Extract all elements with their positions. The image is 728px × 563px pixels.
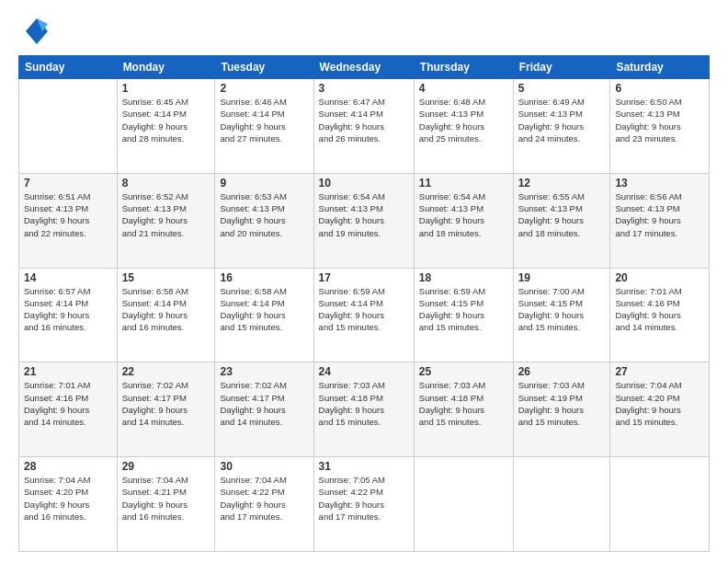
day-info: Sunrise: 7:04 AMSunset: 4:20 PMDaylight:… <box>24 474 112 523</box>
calendar-cell <box>610 457 710 552</box>
day-info: Sunrise: 7:02 AMSunset: 4:17 PMDaylight:… <box>220 379 308 428</box>
day-number: 10 <box>319 177 409 190</box>
calendar-cell: 6Sunrise: 6:50 AMSunset: 4:13 PMDaylight… <box>610 79 710 174</box>
weekday-header-wednesday: Wednesday <box>313 56 414 79</box>
day-number: 3 <box>319 82 409 95</box>
calendar-cell: 7Sunrise: 6:51 AMSunset: 4:13 PMDaylight… <box>19 173 118 268</box>
calendar-cell: 14Sunrise: 6:57 AMSunset: 4:14 PMDayligh… <box>19 268 118 362</box>
calendar-cell: 17Sunrise: 6:59 AMSunset: 4:14 PMDayligh… <box>313 268 414 362</box>
weekday-header-saturday: Saturday <box>610 56 710 79</box>
calendar-cell: 29Sunrise: 7:04 AMSunset: 4:21 PMDayligh… <box>117 457 215 552</box>
weekday-header-sunday: Sunday <box>19 56 118 79</box>
day-info: Sunrise: 7:04 AMSunset: 4:21 PMDaylight:… <box>122 474 210 523</box>
day-number: 6 <box>615 82 704 95</box>
calendar-cell: 18Sunrise: 6:59 AMSunset: 4:15 PMDayligh… <box>414 268 513 362</box>
day-info: Sunrise: 6:46 AMSunset: 4:14 PMDaylight:… <box>220 96 308 144</box>
calendar-cell: 20Sunrise: 7:01 AMSunset: 4:16 PMDayligh… <box>610 268 710 362</box>
day-info: Sunrise: 7:00 AMSunset: 4:15 PMDaylight:… <box>518 285 606 334</box>
day-info: Sunrise: 7:01 AMSunset: 4:16 PMDaylight:… <box>24 379 112 428</box>
calendar-cell: 12Sunrise: 6:55 AMSunset: 4:13 PMDayligh… <box>513 173 610 268</box>
calendar-week-row: 7Sunrise: 6:51 AMSunset: 4:13 PMDaylight… <box>19 173 710 268</box>
day-number: 26 <box>518 365 606 378</box>
day-info: Sunrise: 6:59 AMSunset: 4:15 PMDaylight:… <box>419 285 508 334</box>
day-info: Sunrise: 6:54 AMSunset: 4:13 PMDaylight:… <box>319 190 409 239</box>
day-number: 13 <box>615 177 704 190</box>
day-number: 11 <box>419 177 508 190</box>
day-info: Sunrise: 7:03 AMSunset: 4:18 PMDaylight:… <box>319 379 409 428</box>
calendar-cell: 28Sunrise: 7:04 AMSunset: 4:20 PMDayligh… <box>19 457 118 552</box>
day-number: 30 <box>220 460 308 473</box>
weekday-header-thursday: Thursday <box>414 56 513 79</box>
day-info: Sunrise: 6:47 AMSunset: 4:14 PMDaylight:… <box>319 96 409 144</box>
calendar-cell: 23Sunrise: 7:02 AMSunset: 4:17 PMDayligh… <box>215 362 313 457</box>
day-info: Sunrise: 6:50 AMSunset: 4:13 PMDaylight:… <box>615 96 704 144</box>
calendar-cell: 24Sunrise: 7:03 AMSunset: 4:18 PMDayligh… <box>313 362 414 457</box>
day-number: 14 <box>24 271 112 284</box>
calendar-cell <box>513 457 610 552</box>
day-info: Sunrise: 6:52 AMSunset: 4:13 PMDaylight:… <box>122 190 210 239</box>
day-info: Sunrise: 7:03 AMSunset: 4:19 PMDaylight:… <box>518 379 606 428</box>
day-number: 2 <box>220 82 308 95</box>
day-number: 17 <box>319 271 409 284</box>
day-info: Sunrise: 6:55 AMSunset: 4:13 PMDaylight:… <box>518 190 606 239</box>
day-number: 28 <box>24 460 112 473</box>
day-number: 24 <box>319 365 409 378</box>
weekday-header-friday: Friday <box>513 56 610 79</box>
day-number: 1 <box>122 82 210 95</box>
calendar-table: SundayMondayTuesdayWednesdayThursdayFrid… <box>18 55 710 552</box>
day-number: 8 <box>122 177 210 190</box>
calendar-cell: 11Sunrise: 6:54 AMSunset: 4:13 PMDayligh… <box>414 173 513 268</box>
day-number: 19 <box>518 271 606 284</box>
calendar-week-row: 14Sunrise: 6:57 AMSunset: 4:14 PMDayligh… <box>19 268 710 362</box>
calendar-cell: 26Sunrise: 7:03 AMSunset: 4:19 PMDayligh… <box>513 362 610 457</box>
logo-icon <box>18 15 51 48</box>
day-info: Sunrise: 6:57 AMSunset: 4:14 PMDaylight:… <box>24 285 112 334</box>
calendar-cell: 8Sunrise: 6:52 AMSunset: 4:13 PMDaylight… <box>117 173 215 268</box>
day-number: 4 <box>419 82 508 95</box>
calendar-cell <box>414 457 513 552</box>
calendar-cell: 16Sunrise: 6:58 AMSunset: 4:14 PMDayligh… <box>215 268 313 362</box>
day-number: 23 <box>220 365 308 378</box>
day-info: Sunrise: 7:04 AMSunset: 4:20 PMDaylight:… <box>615 379 704 428</box>
calendar-cell: 22Sunrise: 7:02 AMSunset: 4:17 PMDayligh… <box>117 362 215 457</box>
day-number: 21 <box>24 365 112 378</box>
day-info: Sunrise: 7:05 AMSunset: 4:22 PMDaylight:… <box>319 474 409 523</box>
calendar-cell: 5Sunrise: 6:49 AMSunset: 4:13 PMDaylight… <box>513 79 610 174</box>
day-number: 16 <box>220 271 308 284</box>
day-info: Sunrise: 6:45 AMSunset: 4:14 PMDaylight:… <box>122 96 210 144</box>
day-info: Sunrise: 6:51 AMSunset: 4:13 PMDaylight:… <box>24 190 112 239</box>
day-number: 29 <box>122 460 210 473</box>
day-number: 12 <box>518 177 606 190</box>
calendar-cell: 1Sunrise: 6:45 AMSunset: 4:14 PMDaylight… <box>117 79 215 174</box>
calendar-cell: 31Sunrise: 7:05 AMSunset: 4:22 PMDayligh… <box>313 457 414 552</box>
day-info: Sunrise: 6:49 AMSunset: 4:13 PMDaylight:… <box>518 96 606 144</box>
calendar-cell: 2Sunrise: 6:46 AMSunset: 4:14 PMDaylight… <box>215 79 313 174</box>
calendar-cell: 25Sunrise: 7:03 AMSunset: 4:18 PMDayligh… <box>414 362 513 457</box>
calendar-cell: 9Sunrise: 6:53 AMSunset: 4:13 PMDaylight… <box>215 173 313 268</box>
weekday-header-tuesday: Tuesday <box>215 56 313 79</box>
page: SundayMondayTuesdayWednesdayThursdayFrid… <box>0 0 728 563</box>
day-number: 5 <box>518 82 606 95</box>
day-number: 27 <box>615 365 704 378</box>
calendar-cell: 10Sunrise: 6:54 AMSunset: 4:13 PMDayligh… <box>313 173 414 268</box>
day-number: 15 <box>122 271 210 284</box>
day-number: 7 <box>24 177 112 190</box>
logo <box>18 15 55 48</box>
calendar-cell: 21Sunrise: 7:01 AMSunset: 4:16 PMDayligh… <box>19 362 118 457</box>
calendar-cell: 13Sunrise: 6:56 AMSunset: 4:13 PMDayligh… <box>610 173 710 268</box>
calendar-cell <box>19 79 118 174</box>
day-info: Sunrise: 7:02 AMSunset: 4:17 PMDaylight:… <box>122 379 210 428</box>
day-info: Sunrise: 6:58 AMSunset: 4:14 PMDaylight:… <box>122 285 210 334</box>
calendar-cell: 3Sunrise: 6:47 AMSunset: 4:14 PMDaylight… <box>313 79 414 174</box>
day-info: Sunrise: 6:59 AMSunset: 4:14 PMDaylight:… <box>319 285 409 334</box>
day-info: Sunrise: 7:03 AMSunset: 4:18 PMDaylight:… <box>419 379 508 428</box>
calendar-week-row: 21Sunrise: 7:01 AMSunset: 4:16 PMDayligh… <box>19 362 710 457</box>
day-info: Sunrise: 7:04 AMSunset: 4:22 PMDaylight:… <box>220 474 308 523</box>
day-info: Sunrise: 6:53 AMSunset: 4:13 PMDaylight:… <box>220 190 308 239</box>
calendar-cell: 4Sunrise: 6:48 AMSunset: 4:13 PMDaylight… <box>414 79 513 174</box>
weekday-header-row: SundayMondayTuesdayWednesdayThursdayFrid… <box>19 56 710 79</box>
day-info: Sunrise: 7:01 AMSunset: 4:16 PMDaylight:… <box>615 285 704 334</box>
calendar-cell: 15Sunrise: 6:58 AMSunset: 4:14 PMDayligh… <box>117 268 215 362</box>
day-number: 25 <box>419 365 508 378</box>
header <box>18 15 710 48</box>
